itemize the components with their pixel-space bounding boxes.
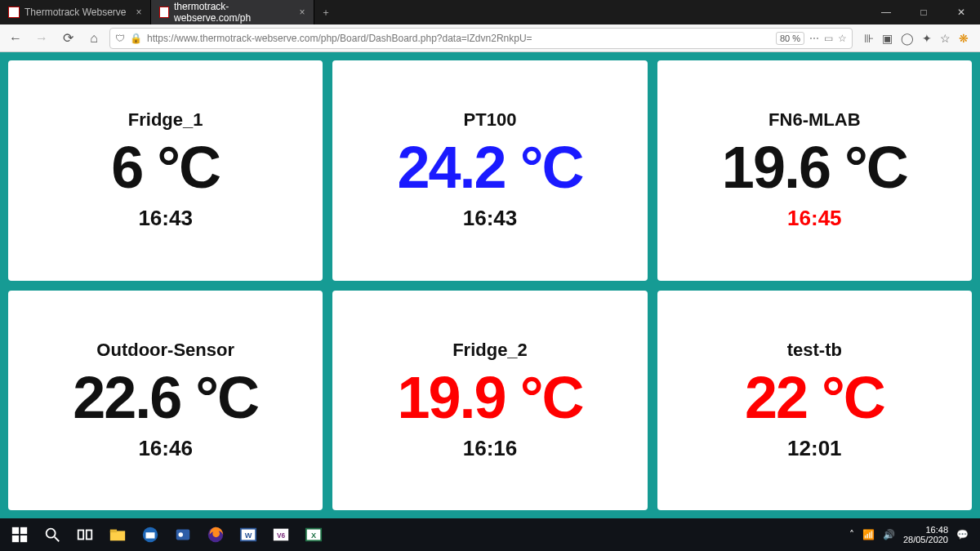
- forward-button[interactable]: →: [31, 28, 52, 49]
- sensor-value: 22.6 °C: [73, 364, 258, 431]
- close-window-button[interactable]: ✕: [942, 0, 980, 24]
- taskbar-clock[interactable]: 16:48 28/05/2020: [903, 525, 948, 544]
- svg-rect-1: [20, 527, 27, 534]
- windows-taskbar: W V6 X ˄ 📶 🔊 16:48 28/05/2020 💬: [0, 518, 980, 551]
- lock-icon: 🔒: [130, 33, 142, 44]
- explorer-icon[interactable]: [103, 520, 132, 549]
- word-icon[interactable]: W: [234, 520, 263, 549]
- tray-chevron-icon[interactable]: ˄: [849, 529, 854, 540]
- sensor-card[interactable]: Fridge_219.9 °C16:16: [332, 291, 647, 511]
- system-tray: ˄ 📶 🔊 16:48 28/05/2020 💬: [849, 525, 975, 544]
- svg-rect-9: [110, 530, 117, 533]
- tab-title: Thermotrack Webserve: [24, 7, 126, 18]
- url-text: https://www.thermotrack-webserve.com/php…: [147, 33, 771, 44]
- sensor-card[interactable]: PT10024.2 °C16:43: [332, 60, 647, 281]
- reload-button[interactable]: ⟳: [57, 28, 78, 49]
- favicon-icon: [8, 7, 20, 18]
- sensor-name: Fridge_2: [452, 340, 528, 361]
- sensor-name: Outdoor-Sensor: [96, 340, 234, 361]
- minimize-button[interactable]: —: [867, 0, 905, 24]
- clock-date: 28/05/2020: [903, 535, 948, 544]
- browser-tab-0[interactable]: Thermotrack Webserve ×: [0, 0, 151, 24]
- sensor-value: 24.2 °C: [398, 134, 583, 201]
- close-icon[interactable]: ×: [299, 7, 305, 18]
- sensor-name: test-tb: [787, 340, 842, 361]
- sensor-time: 16:46: [138, 436, 193, 461]
- app-v6-icon[interactable]: V6: [266, 520, 296, 549]
- svg-point-4: [47, 529, 56, 538]
- sensor-card[interactable]: FN6-MLAB19.6 °C16:45: [657, 60, 972, 281]
- maximize-button[interactable]: □: [905, 0, 942, 24]
- start-button[interactable]: [5, 520, 34, 549]
- url-bar[interactable]: 🛡 🔒 https://www.thermotrack-webserve.com…: [109, 28, 853, 49]
- sensor-time: 16:43: [463, 206, 518, 231]
- sensor-value: 19.6 °C: [722, 134, 907, 201]
- svg-rect-2: [12, 535, 19, 542]
- svg-text:X: X: [311, 531, 317, 540]
- zoom-badge[interactable]: 80 %: [776, 32, 804, 45]
- bookmark2-icon[interactable]: ☆: [940, 32, 951, 45]
- svg-rect-6: [78, 531, 83, 540]
- volume-icon[interactable]: 🔊: [883, 529, 895, 540]
- new-tab-button[interactable]: ＋: [314, 0, 337, 24]
- excel-icon[interactable]: X: [299, 520, 328, 549]
- sensor-value: 19.9 °C: [398, 364, 583, 431]
- svg-line-5: [55, 537, 60, 542]
- sensor-card[interactable]: Fridge_16 °C16:43: [8, 60, 323, 281]
- dashboard-grid: Fridge_16 °C16:43PT10024.2 °C16:43FN6-ML…: [8, 60, 972, 510]
- sensor-card[interactable]: test-tb22 °C12:01: [657, 291, 972, 511]
- sensor-card[interactable]: Outdoor-Sensor22.6 °C16:46: [8, 291, 323, 511]
- sidebar-icon[interactable]: ▣: [882, 32, 893, 45]
- svg-point-12: [179, 532, 184, 537]
- svg-rect-3: [20, 535, 27, 542]
- dashboard-viewport: Fridge_16 °C16:43PT10024.2 °C16:43FN6-ML…: [0, 52, 980, 518]
- sensor-value: 22 °C: [745, 364, 884, 431]
- sensor-name: FN6-MLAB: [768, 109, 860, 131]
- back-button[interactable]: ←: [5, 28, 26, 49]
- taskview-icon[interactable]: [70, 520, 100, 549]
- account-icon[interactable]: ◯: [901, 32, 914, 45]
- clock-time: 16:48: [903, 525, 948, 535]
- tab-title: thermotrack-webserve.com/ph: [174, 1, 289, 24]
- protection-icon[interactable]: ✦: [922, 32, 932, 45]
- home-button[interactable]: ⌂: [83, 28, 105, 49]
- library-icon[interactable]: ⊪: [864, 32, 874, 45]
- wifi-icon[interactable]: 📶: [862, 529, 875, 540]
- sensor-name: PT100: [464, 109, 517, 131]
- firefox-icon[interactable]: [201, 520, 230, 549]
- svg-rect-0: [12, 527, 19, 534]
- shield-icon: 🛡: [115, 33, 125, 44]
- reader-icon[interactable]: ▭: [824, 33, 833, 44]
- sensor-value: 6 °C: [111, 134, 220, 201]
- favicon-icon: [159, 7, 170, 18]
- search-icon[interactable]: [38, 520, 67, 549]
- more-icon[interactable]: ⋯: [809, 33, 819, 44]
- sensor-time: 16:43: [138, 206, 193, 231]
- sensor-time: 16:45: [787, 206, 842, 231]
- svg-rect-7: [87, 531, 91, 540]
- star-icon[interactable]: ☆: [838, 33, 847, 44]
- browser-titlebar: Thermotrack Webserve × thermotrack-webse…: [0, 0, 980, 24]
- browser-tab-1[interactable]: thermotrack-webserve.com/ph ×: [151, 0, 314, 24]
- mail-icon[interactable]: [136, 520, 165, 549]
- svg-text:V6: V6: [277, 532, 286, 540]
- sensor-time: 16:16: [463, 436, 518, 461]
- teams-icon[interactable]: [168, 520, 198, 549]
- svg-text:W: W: [245, 531, 252, 540]
- extension-icon[interactable]: ❋: [959, 32, 969, 45]
- sensor-name: Fridge_1: [128, 109, 203, 131]
- notifications-icon[interactable]: 💬: [956, 529, 969, 540]
- sensor-time: 12:01: [787, 436, 842, 461]
- browser-toolbar: ← → ⟳ ⌂ 🛡 🔒 https://www.thermotrack-webs…: [0, 24, 980, 52]
- close-icon[interactable]: ×: [136, 7, 141, 18]
